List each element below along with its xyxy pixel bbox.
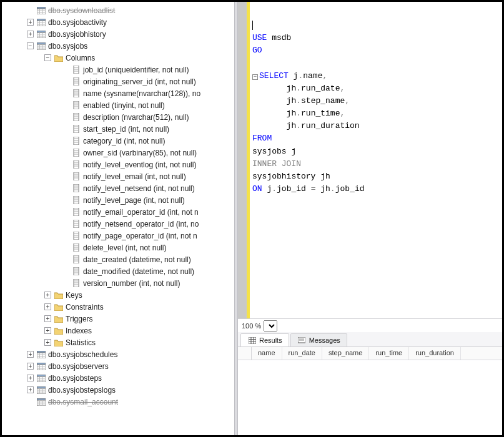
tree-column[interactable]: notify_netsend_operator_id (int, no	[2, 218, 234, 230]
tree-column[interactable]: notify_level_netsend (int, not null)	[2, 182, 234, 194]
tab-results-label: Results	[259, 336, 282, 344]
tree-table[interactable]: +dbo.sysjobsteps	[2, 372, 234, 384]
tree-column[interactable]: description (nvarchar(512), null)	[2, 111, 234, 123]
expand-toggle[interactable]: +	[27, 351, 34, 358]
tree-column[interactable]: name (sysname(nvarchar(128)), no	[2, 87, 234, 99]
tree-table[interactable]: +dbo.sysjobhistory	[2, 28, 234, 40]
tree-column[interactable]: start_step_id (int, not null)	[2, 123, 234, 135]
expand-toggle[interactable]: +	[44, 339, 51, 346]
tree-label: dbo.sysjobsteps	[48, 374, 102, 383]
col-run-time[interactable]: run_time	[369, 347, 409, 360]
tree-column[interactable]: notify_page_operator_id (int, not n	[2, 230, 234, 242]
tree-folder[interactable]: +Triggers	[2, 313, 234, 325]
tree-column[interactable]: delete_level (int, not null)	[2, 242, 234, 253]
tree-label: name (sysname(nvarchar(128)), no	[83, 89, 200, 98]
expand-toggle[interactable]: +	[44, 315, 51, 322]
expand-toggle[interactable]: +	[44, 292, 51, 298]
expand-toggle	[62, 220, 69, 227]
expand-toggle[interactable]: +	[27, 386, 34, 393]
fold-icon[interactable]: −	[252, 74, 258, 80]
tree-table[interactable]: +dbo.sysjobservers	[2, 360, 234, 372]
tree-label: notify_level_eventlog (int, not null)	[83, 160, 196, 169]
svg-rect-113	[37, 375, 46, 376]
expand-toggle	[27, 7, 34, 14]
tab-messages-label: Messages	[309, 336, 340, 344]
row-header-blank	[238, 347, 252, 360]
expand-toggle[interactable]: −	[27, 42, 34, 49]
tree-label: dbo.sysjobstepslogs	[48, 386, 116, 395]
tree-folder[interactable]: +Constraints	[2, 301, 234, 313]
zoom-select[interactable]	[264, 320, 277, 331]
expand-toggle[interactable]: +	[27, 375, 34, 381]
expand-toggle	[62, 268, 69, 275]
tree-table[interactable]: +dbo.sysjobschedules	[2, 348, 234, 360]
expand-toggle	[62, 232, 69, 239]
expand-toggle[interactable]: +	[44, 327, 51, 334]
expand-toggle	[27, 398, 34, 405]
tree-label: notify_email_operator_id (int, not n	[83, 208, 199, 217]
tree-table[interactable]: +dbo.sysjobstepslogs	[2, 384, 234, 396]
tab-messages[interactable]: Messages	[290, 333, 347, 346]
svg-rect-19	[37, 42, 46, 44]
svg-rect-119	[37, 386, 46, 388]
col-step-name[interactable]: step_name	[322, 347, 369, 360]
tree-column[interactable]: notify_email_operator_id (int, not n	[2, 206, 234, 218]
tree-label: version_number (int, not null)	[83, 279, 180, 288]
col-run-duration[interactable]: run_duration	[409, 347, 461, 360]
tree-label: notify_level_netsend (int, not null)	[83, 184, 195, 193]
expand-toggle[interactable]: −	[44, 54, 51, 61]
table-icon	[36, 30, 46, 39]
column-icon	[71, 232, 81, 240]
tree-folder[interactable]: +Statistics	[2, 336, 234, 348]
tree-label: notify_page_operator_id (int, not n	[83, 232, 197, 240]
column-icon	[71, 66, 81, 74]
tree-column[interactable]: originating_server_id (int, not null)	[2, 76, 234, 87]
tree-folder[interactable]: +Indexes	[2, 325, 234, 336]
tree-column[interactable]: date_created (datetime, not null)	[2, 253, 234, 265]
column-icon	[71, 77, 81, 86]
results-grid-body[interactable]	[238, 360, 502, 435]
tree-column[interactable]: date_modified (datetime, not null)	[2, 265, 234, 277]
tree-column[interactable]: version_number (int, not null)	[2, 277, 234, 289]
table-icon	[36, 398, 46, 406]
table-icon	[36, 386, 46, 395]
tree-column[interactable]: notify_level_email (int, not null)	[2, 170, 234, 182]
tree-folder[interactable]: +Keys	[2, 289, 234, 301]
folder-icon	[54, 338, 63, 347]
tree-table-cut[interactable]: dbo.sysmail_account	[2, 396, 234, 408]
tree-label: date_modified (datetime, not null)	[83, 267, 194, 276]
table-icon	[36, 350, 46, 359]
results-grid-header: name run_date step_name run_time run_dur…	[238, 347, 502, 360]
tree-label: Statistics	[66, 338, 96, 347]
column-icon	[71, 160, 81, 169]
tree-column[interactable]: owner_sid (varbinary(85), not null)	[2, 147, 234, 159]
column-icon	[71, 113, 81, 122]
sql-editor[interactable]: USE msdb GO −SELECT j.name, jh.run_date,…	[250, 2, 502, 318]
tree-table-expanded[interactable]: −dbo.sysjobs	[2, 40, 234, 52]
results-tabs: Results Messages	[238, 332, 502, 347]
tree-column[interactable]: job_id (uniqueidentifier, not null)	[2, 64, 234, 76]
tree-column[interactable]: notify_level_eventlog (int, not null)	[2, 159, 234, 170]
tree-label: job_id (uniqueidentifier, not null)	[83, 66, 189, 74]
col-name[interactable]: name	[252, 347, 282, 360]
tree-column[interactable]: enabled (tinyint, not null)	[2, 99, 234, 111]
expand-toggle[interactable]: +	[27, 363, 34, 370]
tab-results[interactable]: Results	[240, 333, 289, 346]
expand-toggle	[62, 185, 69, 192]
tree-column[interactable]: notify_level_page (int, not null)	[2, 194, 234, 206]
tree-label: Columns	[66, 54, 95, 62]
table-icon	[36, 18, 46, 27]
tree-folder-columns[interactable]: −Columns	[2, 52, 234, 64]
folder-icon	[54, 327, 63, 335]
expand-toggle[interactable]: +	[44, 303, 51, 310]
col-run-date[interactable]: run_date	[282, 347, 322, 360]
tree-table[interactable]: +dbo.sysjobactivity	[2, 16, 234, 28]
expand-toggle[interactable]: +	[27, 31, 34, 37]
tree-table-cut[interactable]: dbo.sysdownloadlist	[2, 4, 234, 16]
expand-toggle[interactable]: +	[27, 19, 34, 26]
tree-column[interactable]: category_id (int, not null)	[2, 135, 234, 147]
table-icon	[36, 362, 46, 371]
column-icon	[71, 208, 81, 217]
column-icon	[71, 267, 81, 276]
svg-rect-125	[37, 398, 46, 400]
